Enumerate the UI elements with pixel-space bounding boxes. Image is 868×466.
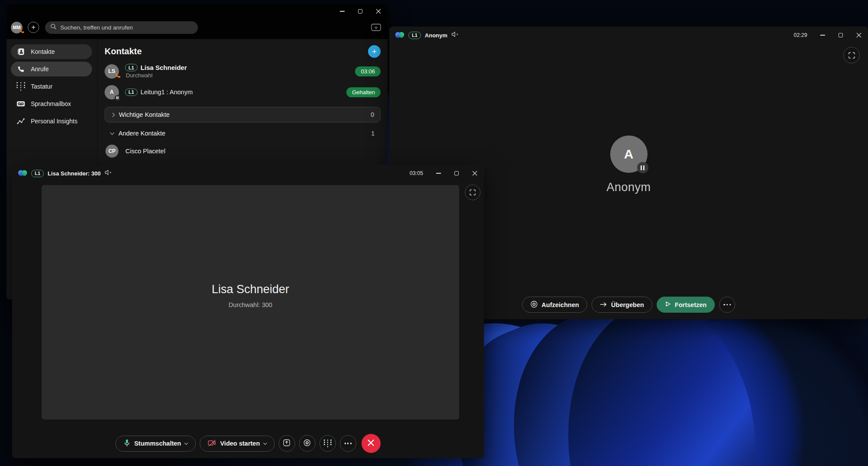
line-badge: L1 <box>125 89 138 96</box>
plus-icon: + <box>31 23 36 32</box>
titlebar-left: L1 Anonym <box>395 31 460 39</box>
start-video-button[interactable]: Video starten <box>200 436 275 452</box>
call-window-lisa-schneider: L1 Lisa Schneider: 300 03:05 Lisa Schnei… <box>12 165 484 458</box>
transfer-label: Übergeben <box>611 301 644 308</box>
contact-name: Leitung1 : Anonym <box>141 89 193 96</box>
ellipsis-icon <box>723 304 731 305</box>
play-icon <box>665 301 671 308</box>
record-label: Aufzeichnen <box>542 301 579 308</box>
call-row-lisa-schneider[interactable]: LS L1 Lisa Schneider Durchwahl 03:06 <box>105 60 381 83</box>
avatar: A <box>105 85 119 99</box>
call-held-badge: Gehalten <box>346 87 381 97</box>
close-button[interactable] <box>850 28 868 42</box>
chevron-down-icon <box>110 131 115 135</box>
on-call-phone-icon <box>115 73 121 80</box>
window-controls <box>429 166 484 180</box>
on-call-phone-icon <box>19 28 25 35</box>
chevron-down-icon <box>263 441 267 444</box>
close-button[interactable] <box>466 166 484 180</box>
stage-subtitle: Durchwahl: 300 <box>229 301 273 308</box>
transfer-button[interactable]: Übergeben <box>592 297 652 313</box>
ellipsis-icon <box>345 443 352 444</box>
call-controls: Stummschalten Video starten <box>12 434 484 453</box>
call-info: L1 Lisa Schneider Durchwahl <box>125 64 187 79</box>
avatar[interactable]: MM <box>11 22 23 33</box>
group-wichtige-kontakte[interactable]: Wichtige Kontakte 0 <box>105 107 381 122</box>
sidebar-label: Tastatur <box>31 83 53 90</box>
call-timer: 02:29 <box>794 32 807 38</box>
expand-view-button[interactable] <box>843 47 860 63</box>
end-call-x-icon <box>367 439 375 448</box>
search-input[interactable] <box>60 24 193 31</box>
contact-row-cisco-placetel[interactable]: CP Cisco Placetel <box>105 142 381 161</box>
call-titlebar: L1 Anonym 02:29 <box>389 26 868 44</box>
app-header: MM + <box>7 18 388 36</box>
sidebar-item-anrufe[interactable]: Anrufe <box>11 62 92 76</box>
expand-view-button[interactable] <box>465 185 480 200</box>
speaker-icon[interactable] <box>451 31 460 39</box>
main-window-header: MM + <box>7 4 388 39</box>
group-andere-kontakte[interactable]: Andere Kontakte 1 <box>105 127 381 140</box>
sidebar-item-kontakte[interactable]: Kontakte <box>11 44 92 59</box>
sidebar-item-tastatur[interactable]: Tastatur <box>11 79 92 94</box>
sidebar-label: Anrufe <box>31 66 49 73</box>
maximize-button[interactable] <box>832 28 850 42</box>
line-badge: L1 <box>408 32 421 39</box>
group-count: 1 <box>371 130 375 137</box>
call-row-leitung1-anonym[interactable]: A L1 Leitung1 : Anonym Gehalten <box>105 83 381 102</box>
voicemail-icon <box>16 101 25 107</box>
record-button[interactable]: Aufzeichnen <box>522 297 587 313</box>
webex-logo-icon <box>18 169 27 177</box>
chevron-down-icon <box>184 441 188 444</box>
mute-button[interactable]: Stummschalten <box>115 436 196 452</box>
sidebar-label: Personal Insights <box>31 118 77 125</box>
more-options-button[interactable] <box>719 297 735 313</box>
minimize-button[interactable] <box>813 28 832 42</box>
avatar-initials: LS <box>108 68 115 74</box>
avatar: CP <box>105 145 118 158</box>
avatar-initials: CP <box>108 148 116 154</box>
group-label: Andere Kontakte <box>118 130 165 137</box>
line-badge: L1 <box>125 64 138 71</box>
page-title: Kontakte <box>105 46 142 56</box>
chevron-right-icon <box>111 112 115 117</box>
camera-off-icon <box>208 440 216 448</box>
share-screen-button[interactable] <box>279 435 295 452</box>
call-info: L1 Leitung1 : Anonym <box>125 89 193 96</box>
add-contact-button[interactable]: + <box>368 45 381 58</box>
maximize-button[interactable] <box>447 166 466 180</box>
phone-icon <box>16 66 25 73</box>
window-title: Anonym <box>425 32 447 39</box>
resume-button[interactable]: Fortsetzen <box>657 297 715 313</box>
minimize-button[interactable] <box>333 4 351 18</box>
minimize-button[interactable] <box>429 166 447 180</box>
start-video-label: Video starten <box>220 440 260 447</box>
sidebar-item-sprachmailbox[interactable]: Sprachmailbox <box>11 96 92 111</box>
window-controls <box>813 28 868 42</box>
contact-name: Cisco Placetel <box>125 148 165 155</box>
end-call-button[interactable] <box>362 434 381 453</box>
insights-icon <box>16 118 25 125</box>
keypad-button[interactable] <box>319 435 336 452</box>
group-count: 0 <box>371 111 374 118</box>
record-button[interactable] <box>299 435 316 452</box>
sidebar-item-personal-insights[interactable]: Personal Insights <box>11 114 92 129</box>
search-bar[interactable] <box>45 21 198 34</box>
mute-label: Stummschalten <box>134 440 181 447</box>
speaker-icon[interactable] <box>105 169 113 177</box>
record-icon <box>530 301 538 309</box>
avatar: LS <box>105 64 119 79</box>
window-title: Lisa Schneider: 300 <box>48 170 101 177</box>
record-icon <box>303 439 311 448</box>
contacts-icon <box>16 48 25 56</box>
maximize-button[interactable] <box>351 4 369 18</box>
call-titlebar: L1 Lisa Schneider: 300 03:05 <box>12 165 484 182</box>
connect-to-device-button[interactable] <box>371 23 381 31</box>
more-options-button[interactable] <box>340 435 356 452</box>
contacts-header: Kontakte + <box>105 43 381 60</box>
close-button[interactable] <box>369 4 388 18</box>
sidebar-label: Kontakte <box>31 48 55 55</box>
new-action-button[interactable]: + <box>28 22 39 33</box>
participant-avatar: A <box>610 136 648 173</box>
stage-name: Lisa Schneider <box>212 283 289 296</box>
